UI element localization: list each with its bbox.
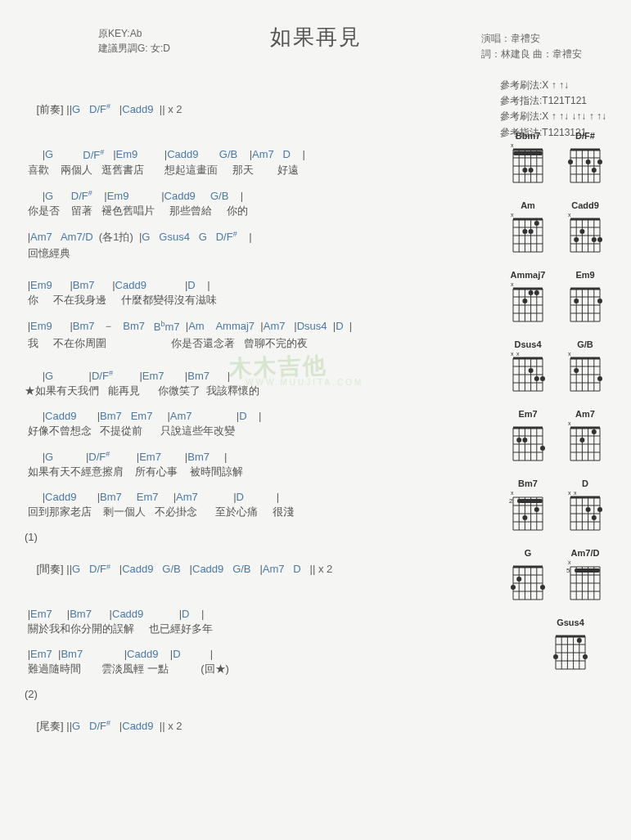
- svg-point-88: [597, 299, 602, 303]
- chord: Cadd9: [115, 279, 146, 291]
- chord: D: [182, 608, 189, 620]
- chord: Bm7: [73, 321, 95, 333]
- svg-point-74: [534, 290, 539, 295]
- chord: Bm7: [123, 321, 145, 333]
- lyric: 如果有天不經意擦肩 所有心事 被時間諒解: [25, 465, 483, 479]
- lyric: 回到那家老店 剩一個人 不必掛念 至於心痛 很淺: [25, 505, 483, 519]
- svg-point-100: [529, 368, 534, 373]
- chord: G: [45, 190, 53, 202]
- chord: G/B: [219, 149, 237, 161]
- chord-diagram-cadd9: Cadd9x: [564, 200, 606, 255]
- chord-diagram-ammaj7: Ammaj7x: [507, 270, 549, 325]
- lyric: 你 不在我身邊 什麼都變得沒有滋味: [25, 293, 483, 308]
- intro-label: [前奏]: [36, 103, 63, 115]
- svg-point-41: [522, 229, 527, 234]
- chord: Em7: [142, 370, 165, 382]
- chord-diagram-em9: Em9: [564, 270, 606, 325]
- svg-point-117: [597, 376, 602, 381]
- chord-diagram-d: Dxx: [564, 478, 606, 533]
- chord-diagram-gb: G/Bx: [564, 339, 606, 394]
- chord: Am7: [30, 231, 52, 243]
- lyric: 如果有天我們 能再見 你微笑了 我該釋懷的: [35, 384, 259, 397]
- chord: Am7: [176, 491, 198, 503]
- chord: Cadd9: [167, 149, 198, 161]
- chord: Em7: [137, 491, 159, 503]
- chord: Cadd9: [127, 648, 158, 660]
- chord: Em9: [30, 279, 52, 291]
- key-suggest: 建議男調G: 女:D: [98, 41, 170, 56]
- pattern-3: 參考刷法:X ↑ ↑↓ ↓↑↓ ↑ ↑↓: [500, 109, 606, 124]
- chord-diagram-am7: Am7x: [564, 409, 606, 464]
- lyric: 難過隨時間 雲淡風輕 一點 (回★): [25, 662, 483, 676]
- svg-text:x: x: [574, 491, 577, 496]
- chord: D/F#: [89, 103, 110, 115]
- chord: Em7: [131, 410, 153, 422]
- svg-point-101: [534, 376, 539, 381]
- chord: Bm7: [100, 491, 122, 503]
- note: (各1拍): [99, 231, 133, 243]
- section-1: (1): [25, 531, 483, 543]
- chord: Em7: [30, 648, 52, 660]
- chord: Bm7: [73, 279, 95, 291]
- svg-rect-204: [575, 568, 600, 573]
- chord: G: [45, 370, 53, 382]
- svg-point-175: [592, 515, 597, 520]
- chord: Bbm7: [154, 321, 180, 333]
- chord: G: [199, 231, 207, 243]
- chord: D/F#: [89, 720, 110, 732]
- svg-point-72: [522, 299, 527, 303]
- chord: Am: [188, 321, 205, 333]
- chord: D/F#: [216, 231, 237, 243]
- svg-point-116: [574, 368, 579, 373]
- chord-diagrams: Bbm7x D/F# Amx Cadd9x Ammaj7x Em9 Dsus4x…: [500, 131, 606, 687]
- key-original: 原KEY:Ab: [98, 26, 170, 41]
- credit-writer: 詞：林建良 曲：韋禮安: [481, 47, 582, 62]
- chord: Bm7: [100, 410, 122, 422]
- svg-point-13: [529, 168, 534, 173]
- interlude-label: [間奏]: [36, 564, 63, 576]
- chord: Cadd9: [45, 410, 76, 422]
- svg-text:x: x: [511, 352, 514, 357]
- chord-diagram-am7d: Am7/Dx5: [564, 548, 606, 603]
- chord-diagram-dfs: D/F#: [564, 131, 606, 186]
- svg-point-220: [583, 654, 588, 659]
- svg-text:x: x: [568, 560, 571, 565]
- chord: G: [45, 149, 53, 161]
- chord: D: [283, 149, 291, 161]
- chord: Em9: [107, 190, 129, 202]
- svg-text:x: x: [568, 421, 571, 426]
- chord: D/F#: [71, 190, 92, 202]
- pattern-1: 參考刷法:X ↑ ↑↓: [500, 78, 606, 93]
- chord: D: [237, 491, 244, 503]
- chord: Cadd9: [122, 720, 153, 732]
- credit-singer: 演唱：韋禮安: [481, 31, 582, 47]
- svg-point-58: [592, 237, 597, 242]
- lyric: 我 不在你周圍 你是否還念著 曾聊不完的夜: [25, 336, 483, 351]
- chord: D/F#: [83, 149, 104, 161]
- svg-point-43: [534, 221, 539, 226]
- chord: Em7: [30, 608, 52, 620]
- svg-point-42: [529, 229, 534, 234]
- chord: G/B: [210, 190, 228, 202]
- pattern-2: 參考指法:T121T121: [500, 93, 606, 109]
- svg-point-192: [540, 585, 545, 590]
- chord: Cadd9: [122, 103, 153, 115]
- svg-point-73: [529, 290, 534, 295]
- lyrics-content: [前奏] ||G D/F# |Cadd9 || x 2 |G D/F# |Em9…: [25, 90, 483, 746]
- chord-diagram-em7: Em7: [507, 409, 549, 464]
- svg-point-176: [597, 507, 602, 512]
- svg-text:5: 5: [566, 567, 570, 574]
- chord: D: [187, 279, 195, 291]
- chord: Cadd9 G/B: [192, 564, 251, 576]
- svg-point-144: [579, 438, 584, 442]
- chord-diagram-g: G: [507, 548, 549, 603]
- chord: Cadd9: [112, 608, 143, 620]
- svg-text:x: x: [568, 491, 571, 496]
- chord: Cadd9 G/B: [122, 564, 181, 576]
- svg-text:2: 2: [509, 497, 513, 505]
- chord: Am7: [252, 149, 274, 161]
- chord: Bm7: [70, 608, 92, 620]
- svg-text:x: x: [511, 282, 514, 287]
- lyric: 好像不曾想念 不提從前 只說這些年改變: [25, 424, 483, 438]
- chord-diagram-gsus4: Gsus4: [549, 618, 592, 672]
